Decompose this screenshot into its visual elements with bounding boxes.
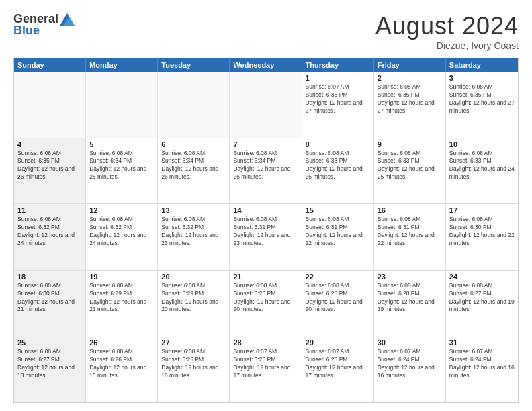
day-number: 19 [89,273,154,281]
day-info: Sunrise: 6:08 AMSunset: 6:29 PMDaylight:… [89,282,154,314]
logo-icon [60,13,75,26]
day-info: Sunrise: 6:08 AMSunset: 6:31 PMDaylight:… [233,216,298,248]
day-info: Sunrise: 6:08 AMSunset: 6:28 PMDaylight:… [233,282,298,314]
day-number: 16 [378,206,442,214]
calendar-cell: 29Sunrise: 6:07 AMSunset: 6:25 PMDayligh… [302,336,374,402]
calendar-cell: 17Sunrise: 6:08 AMSunset: 6:30 PMDayligh… [446,204,518,270]
calendar-row-5: 25Sunrise: 6:08 AMSunset: 6:27 PMDayligh… [14,336,518,402]
calendar-cell: 27Sunrise: 6:08 AMSunset: 6:26 PMDayligh… [158,336,230,402]
calendar-cell: 3Sunrise: 6:08 AMSunset: 6:35 PMDaylight… [446,72,518,138]
calendar-cell: 26Sunrise: 6:08 AMSunset: 6:26 PMDayligh… [86,336,158,402]
calendar-cell: 18Sunrise: 6:08 AMSunset: 6:30 PMDayligh… [14,271,86,336]
day-number: 8 [306,140,370,148]
header-day-monday: Monday [86,58,158,72]
day-info: Sunrise: 6:08 AMSunset: 6:32 PMDaylight:… [89,216,154,248]
logo-blue-text: Blue [13,24,40,38]
header-day-tuesday: Tuesday [158,58,230,72]
calendar-row-4: 18Sunrise: 6:08 AMSunset: 6:30 PMDayligh… [14,270,518,336]
day-info: Sunrise: 6:08 AMSunset: 6:31 PMDaylight:… [378,216,442,248]
header-day-friday: Friday [374,58,446,72]
calendar-cell [86,72,158,138]
day-info: Sunrise: 6:07 AMSunset: 6:25 PMDaylight:… [233,348,298,380]
day-info: Sunrise: 6:08 AMSunset: 6:31 PMDaylight:… [306,216,370,248]
calendar-cell: 12Sunrise: 6:08 AMSunset: 6:32 PMDayligh… [86,204,158,270]
day-number: 10 [449,140,515,148]
day-info: Sunrise: 6:08 AMSunset: 6:30 PMDaylight:… [449,216,515,248]
day-info: Sunrise: 6:07 AMSunset: 6:25 PMDaylight:… [306,348,370,380]
day-info: Sunrise: 6:08 AMSunset: 6:32 PMDaylight:… [17,216,82,248]
calendar-cell: 22Sunrise: 6:08 AMSunset: 6:28 PMDayligh… [302,271,374,336]
calendar-cell: 6Sunrise: 6:08 AMSunset: 6:34 PMDaylight… [158,138,230,204]
day-info: Sunrise: 6:08 AMSunset: 6:30 PMDaylight:… [17,282,82,314]
location-subtitle: Diezue, Ivory Coast [375,40,519,51]
day-number: 28 [233,338,298,347]
calendar-cell: 16Sunrise: 6:08 AMSunset: 6:31 PMDayligh… [374,204,446,270]
day-info: Sunrise: 6:08 AMSunset: 6:35 PMDaylight:… [378,83,442,116]
calendar-cell: 24Sunrise: 6:08 AMSunset: 6:27 PMDayligh… [446,271,518,336]
day-info: Sunrise: 6:08 AMSunset: 6:27 PMDaylight:… [17,348,82,380]
header: General Blue August 2024 Diezue, Ivory C… [13,12,519,51]
day-number: 22 [306,273,370,281]
page: General Blue August 2024 Diezue, Ivory C… [0,0,532,411]
day-info: Sunrise: 6:08 AMSunset: 6:33 PMDaylight:… [449,150,515,182]
day-number: 26 [89,338,154,347]
calendar-cell: 30Sunrise: 6:07 AMSunset: 6:24 PMDayligh… [374,336,446,402]
calendar-cell: 21Sunrise: 6:08 AMSunset: 6:28 PMDayligh… [230,271,302,336]
day-number: 7 [233,140,298,148]
day-number: 25 [17,338,82,347]
day-number: 12 [89,206,154,214]
calendar-cell: 10Sunrise: 6:08 AMSunset: 6:33 PMDayligh… [446,138,518,204]
calendar-cell: 4Sunrise: 6:08 AMSunset: 6:35 PMDaylight… [14,138,86,204]
calendar-cell: 1Sunrise: 6:07 AMSunset: 6:35 PMDaylight… [302,72,374,138]
calendar-cell [14,72,86,138]
day-number: 17 [449,206,515,214]
header-day-sunday: Sunday [14,58,86,72]
day-number: 3 [449,74,515,82]
header-day-thursday: Thursday [302,58,374,72]
day-info: Sunrise: 6:07 AMSunset: 6:35 PMDaylight:… [306,83,370,116]
calendar-cell: 11Sunrise: 6:08 AMSunset: 6:32 PMDayligh… [14,204,86,270]
header-day-wednesday: Wednesday [230,58,302,72]
day-number: 20 [161,273,226,281]
day-number: 6 [161,140,226,148]
day-info: Sunrise: 6:07 AMSunset: 6:24 PMDaylight:… [449,348,515,380]
calendar-row-1: 1Sunrise: 6:07 AMSunset: 6:35 PMDaylight… [14,72,518,138]
calendar-cell: 31Sunrise: 6:07 AMSunset: 6:24 PMDayligh… [446,336,518,402]
calendar-cell: 2Sunrise: 6:08 AMSunset: 6:35 PMDaylight… [374,72,446,138]
day-number: 21 [233,273,298,281]
day-number: 31 [449,338,515,347]
calendar-header: SundayMondayTuesdayWednesdayThursdayFrid… [14,58,518,72]
calendar-cell: 20Sunrise: 6:08 AMSunset: 6:29 PMDayligh… [158,271,230,336]
month-title: August 2024 [375,12,519,40]
calendar-cell: 5Sunrise: 6:08 AMSunset: 6:34 PMDaylight… [86,138,158,204]
calendar-cell: 23Sunrise: 6:08 AMSunset: 6:28 PMDayligh… [374,271,446,336]
calendar-cell: 14Sunrise: 6:08 AMSunset: 6:31 PMDayligh… [230,204,302,270]
calendar-row-3: 11Sunrise: 6:08 AMSunset: 6:32 PMDayligh… [14,203,518,270]
header-day-saturday: Saturday [446,58,518,72]
day-number: 27 [161,338,226,347]
calendar-cell: 28Sunrise: 6:07 AMSunset: 6:25 PMDayligh… [230,336,302,402]
day-info: Sunrise: 6:08 AMSunset: 6:28 PMDaylight:… [306,282,370,314]
day-number: 14 [233,206,298,214]
day-info: Sunrise: 6:07 AMSunset: 6:24 PMDaylight:… [378,348,442,380]
calendar-cell: 19Sunrise: 6:08 AMSunset: 6:29 PMDayligh… [86,271,158,336]
day-info: Sunrise: 6:08 AMSunset: 6:29 PMDaylight:… [161,282,226,314]
day-number: 30 [378,338,442,347]
day-info: Sunrise: 6:08 AMSunset: 6:34 PMDaylight:… [233,150,298,182]
calendar-cell [230,72,302,138]
title-block: August 2024 Diezue, Ivory Coast [375,12,519,51]
logo: General Blue [13,12,75,38]
day-number: 9 [378,140,442,148]
day-info: Sunrise: 6:08 AMSunset: 6:35 PMDaylight:… [17,150,82,182]
calendar: SundayMondayTuesdayWednesdayThursdayFrid… [13,58,519,403]
day-info: Sunrise: 6:08 AMSunset: 6:35 PMDaylight:… [449,83,515,116]
day-info: Sunrise: 6:08 AMSunset: 6:33 PMDaylight:… [306,150,370,182]
day-number: 5 [89,140,154,148]
day-info: Sunrise: 6:08 AMSunset: 6:26 PMDaylight:… [89,348,154,380]
calendar-cell [158,72,230,138]
day-number: 29 [306,338,370,347]
calendar-body: 1Sunrise: 6:07 AMSunset: 6:35 PMDaylight… [14,72,518,402]
day-number: 24 [449,273,515,281]
day-number: 23 [378,273,442,281]
day-info: Sunrise: 6:08 AMSunset: 6:27 PMDaylight:… [449,282,515,314]
